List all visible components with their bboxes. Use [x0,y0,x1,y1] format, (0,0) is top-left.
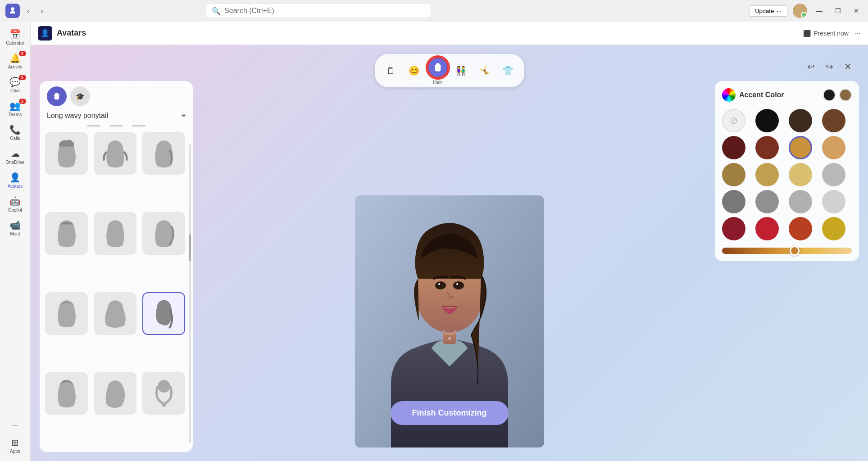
color-wheel-icon [722,88,736,102]
present-now-label: Present now [813,30,849,37]
sidebar-item-chat[interactable]: 💬 Chat 5 [3,73,28,97]
update-label: Update [755,8,774,14]
back-button[interactable]: ‹ [23,5,33,18]
filter-icon[interactable]: ≡ [182,112,186,120]
update-button[interactable]: Update ··· [749,5,787,17]
teams-badge: 2 [19,99,26,104]
color-grid: ⊘ [722,109,852,240]
hair-item-3[interactable] [142,132,185,175]
svg-point-17 [438,283,440,285]
color-slider[interactable] [722,248,852,254]
svg-point-15 [435,281,446,289]
sidebar: 📅 Calendar 🔔 Activity 6 💬 Chat 5 👥 Teams… [0,22,31,461]
present-icon: ⬛ [803,30,811,37]
sidebar-item-meet[interactable]: 📹 Meet [3,216,28,240]
close-button[interactable]: ✕ [850,5,863,16]
app-icon-text: 👤 [41,29,50,37]
update-more-icon: ··· [777,8,782,14]
hair-style-tab[interactable] [47,86,67,106]
forward-button[interactable]: › [37,5,47,18]
color-swatch-khaki1[interactable] [722,163,745,186]
title-bar-left: ‹ › [5,4,47,18]
apps-icon: ⊞ [11,437,19,448]
app-header-more-button[interactable]: ··· [854,28,861,38]
sidebar-item-label: Meet [10,231,20,236]
color-swatch-darkred[interactable] [722,136,745,159]
title-bar-right: Update ··· — ❐ ✕ [749,4,863,18]
sidebar-item-label: Calendar [6,41,24,45]
color-swatch-gray2[interactable] [755,190,779,213]
color-swatch-khaki3[interactable] [789,163,812,186]
scroll-indicator [40,123,193,128]
hair-item-1[interactable] [45,132,88,175]
avatar-center [193,45,706,461]
hair-item-6[interactable] [142,212,185,255]
color-swatch-black[interactable] [755,109,779,132]
accent-color-title: Accent Color [739,91,823,99]
color-swatch-gray1[interactable] [722,190,745,213]
sidebar-item-label: Teams [9,112,22,117]
color-swatch-silver[interactable] [822,163,845,186]
maximize-button[interactable]: ❐ [832,5,845,16]
color-swatch-khaki2[interactable] [755,163,779,186]
color-swatch-tan[interactable] [789,136,812,159]
sidebar-item-activity[interactable]: 🔔 Activity 6 [3,49,28,73]
color-swatch-red1[interactable] [722,217,745,240]
hair-item-7[interactable] [45,292,88,335]
undo-button[interactable]: ↩ [804,59,818,75]
search-icon: 🔍 [212,7,221,15]
redo-button[interactable]: ↪ [823,59,836,75]
selected-color-1[interactable] [823,89,836,101]
accessory-tab[interactable]: 🎓 [70,86,90,106]
activity-badge: 6 [19,51,26,56]
svg-point-16 [453,281,464,289]
panel-title: Long wavy ponytail [47,112,108,120]
meet-icon: 📹 [9,220,21,230]
color-swatch-sandybrown[interactable] [822,136,845,159]
hair-item-2[interactable] [94,132,136,175]
sidebar-item-avatars[interactable]: 👤 Avatars [3,168,28,192]
close-editor-button[interactable]: ✕ [841,59,854,75]
sidebar-item-copilot[interactable]: 🤖 Copilot [3,192,28,216]
onedrive-icon: ☁ [11,148,20,159]
app-header-right: ⬛ Present now ··· [803,28,861,38]
color-swatch-red2[interactable] [755,217,779,240]
copilot-icon: 🤖 [9,196,21,207]
hair-item-5[interactable] [94,212,136,255]
search-bar[interactable]: 🔍 Search (Ctrl+E) [206,4,431,18]
color-swatch-gold[interactable] [822,217,845,240]
hair-item-9[interactable] [142,292,185,335]
panel-scrollbar[interactable] [189,144,191,443]
minimize-button[interactable]: — [813,5,826,16]
color-swatch-brown[interactable] [822,109,845,132]
sidebar-item-label: Activity [8,64,23,69]
color-swatch-darkbrown[interactable] [789,109,812,132]
hair-item-10[interactable] [45,372,88,415]
sidebar-item-apps[interactable]: ⊞ Apps [3,434,28,457]
hair-item-12[interactable] [142,372,185,415]
color-swatch-lightgray[interactable] [822,190,845,213]
color-swatch-gray3[interactable] [789,190,812,213]
color-swatch-red3[interactable] [789,217,812,240]
panel-tabs: 🎓 [40,81,193,106]
sidebar-more-button[interactable]: ··· [8,417,22,434]
title-bar: ‹ › 🔍 Search (Ctrl+E) Update ··· — ❐ ✕ [0,0,868,22]
user-avatar[interactable] [793,4,807,18]
selected-color-2[interactable] [839,89,852,101]
hair-grid [40,128,193,452]
color-swatch-redbrown[interactable] [755,136,779,159]
hair-item-4[interactable] [45,212,88,255]
sidebar-item-teams[interactable]: 👥 Teams 2 [3,97,28,121]
sidebar-item-label: OneDrive [5,160,24,165]
present-now-button[interactable]: ⬛ Present now [803,30,849,37]
sidebar-item-calls[interactable]: 📞 Calls [3,121,28,145]
teams-logo-icon [5,4,20,18]
slider-thumb[interactable] [790,246,800,256]
sidebar-item-onedrive[interactable]: ☁ OneDrive [3,145,28,168]
panel-scrollbar-thumb [189,234,191,261]
hair-item-11[interactable] [94,372,136,415]
color-swatch-none[interactable]: ⊘ [722,109,745,132]
hair-item-8[interactable] [94,292,136,335]
sidebar-item-calendar[interactable]: 📅 Calendar [3,25,28,49]
finish-customizing-button[interactable]: Finish Customizing [391,401,509,425]
